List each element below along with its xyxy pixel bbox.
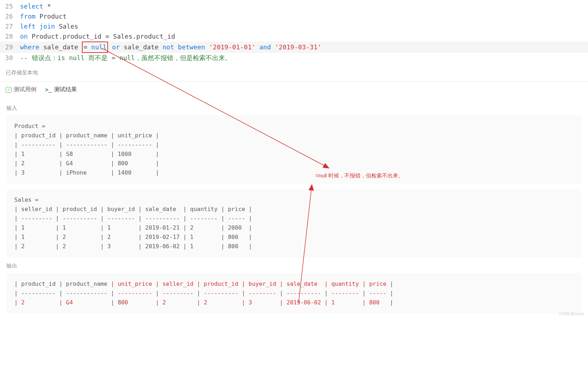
code-content: on Product.product_id = Sales.product_id bbox=[20, 31, 175, 41]
tab-testcase-label: 测试用例 bbox=[14, 86, 36, 93]
code-content: -- 错误点：is null 而不是 = null，虽然不报错，但是检索不出来。 bbox=[20, 53, 231, 63]
input-block-product[interactable]: Product = | product_id | product_name | … bbox=[6, 115, 582, 184]
annotation-text: =null 时候，不报错，但检索不出来。 bbox=[315, 172, 403, 179]
status-bar: 已存储至本地 bbox=[0, 64, 588, 82]
line-number: 28 bbox=[3, 31, 20, 41]
line-number: 26 bbox=[3, 11, 20, 21]
line-number: 30 bbox=[3, 53, 20, 63]
line-number: 25 bbox=[3, 1, 20, 11]
tab-result-label: 测试结果 bbox=[54, 86, 77, 93]
tab-result[interactable]: >_ 测试结果 bbox=[45, 86, 77, 93]
check-icon: ✓ bbox=[6, 87, 11, 93]
input-block-sales[interactable]: Sales = | seller_id | product_id | buyer… bbox=[6, 189, 582, 258]
error-highlight-box: = null bbox=[82, 41, 108, 53]
code-content: where sale_date = null or sale_date not … bbox=[20, 41, 322, 53]
results-area: 输入 Product = | product_id | product_name… bbox=[0, 98, 588, 317]
code-content: select * bbox=[20, 1, 51, 11]
code-line[interactable]: 28on Product.product_id = Sales.product_… bbox=[0, 31, 588, 41]
code-line[interactable]: 25select * bbox=[0, 1, 588, 11]
line-number: 27 bbox=[3, 21, 20, 31]
input-label: 输入 bbox=[6, 105, 582, 112]
code-line[interactable]: 29where sale_date = null or sale_date no… bbox=[0, 41, 588, 53]
output-block[interactable]: | product_id | product_name | unit_price… bbox=[6, 273, 582, 314]
code-content: from Product bbox=[20, 11, 67, 21]
code-line[interactable]: 26from Product bbox=[0, 11, 588, 21]
code-editor[interactable]: 25select *26from Product27left join Sale… bbox=[0, 0, 588, 64]
tab-bar: ✓ 测试用例 >_ 测试结果 bbox=[0, 82, 588, 98]
tab-testcase[interactable]: ✓ 测试用例 bbox=[6, 86, 36, 93]
console-icon: >_ bbox=[45, 86, 52, 93]
code-line[interactable]: 30-- 错误点：is null 而不是 = null，虽然不报错，但是检索不出… bbox=[0, 53, 588, 63]
code-line[interactable]: 27left join Sales bbox=[0, 21, 588, 31]
output-label: 输出 bbox=[6, 263, 582, 269]
code-content: left join Sales bbox=[20, 21, 78, 31]
watermark: CSDN @zzamx bbox=[559, 312, 584, 316]
line-number: 29 bbox=[3, 42, 20, 52]
